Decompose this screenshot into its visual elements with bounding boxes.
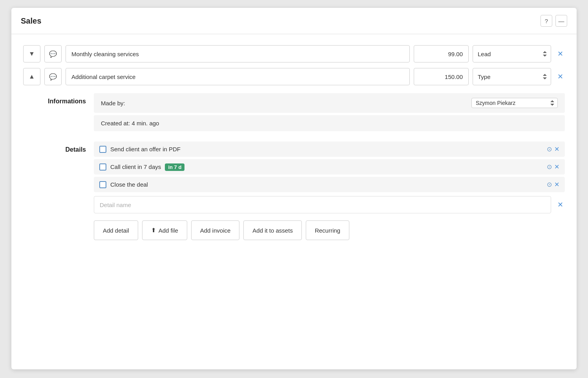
details-section: Details Send client an offer in PDF ⊙ ✕ … <box>23 141 565 240</box>
detail-text-3: Close the deal <box>110 181 543 188</box>
detail-actions-1: ⊙ ✕ <box>547 145 559 153</box>
service-name-input-1[interactable] <box>66 45 410 62</box>
remove-detail-2-icon[interactable]: ✕ <box>554 163 559 171</box>
item-row-2: ▲ 💬 Lead Type Other ✕ <box>23 68 565 85</box>
chevron-down-icon: ▼ <box>29 50 35 57</box>
schedule-icon-1[interactable]: ⊙ <box>547 145 552 153</box>
add-invoice-button[interactable]: Add invoice <box>191 220 240 240</box>
schedule-icon-3[interactable]: ⊙ <box>547 181 552 188</box>
detail-actions-2: ⊙ ✕ <box>547 163 559 171</box>
details-content: Send client an offer in PDF ⊙ ✕ Call cli… <box>94 141 565 240</box>
detail-name-row: ✕ <box>94 196 565 213</box>
made-by-label: Made by: <box>101 100 125 106</box>
content-area: ▼ 💬 Lead Type Other ✕ ▲ 💬 <box>11 34 577 257</box>
minimize-button[interactable]: — <box>555 15 567 27</box>
amount-input-1[interactable] <box>414 45 469 62</box>
made-by-box: Made by: Szymon Piekarz <box>94 93 565 113</box>
comment-button-2[interactable]: 💬 <box>44 68 62 85</box>
action-buttons: Add detail ⬆ Add file Add invoice Add it… <box>94 220 565 240</box>
collapse-button-1[interactable]: ▼ <box>23 45 40 62</box>
remove-detail-3-icon[interactable]: ✕ <box>554 181 559 188</box>
type-select-2[interactable]: Lead Type Other <box>473 68 551 85</box>
add-detail-button[interactable]: Add detail <box>94 220 138 240</box>
help-button[interactable]: ? <box>541 15 552 27</box>
made-by-select[interactable]: Szymon Piekarz <box>471 98 558 108</box>
informations-section: Informations Made by: Szymon Piekarz Cre… <box>23 93 565 134</box>
details-label: Details <box>23 141 86 240</box>
detail-item-3: Close the deal ⊙ ✕ <box>94 177 565 192</box>
created-at-box: Created at: 4 min. ago <box>94 115 565 131</box>
detail-checkbox-2[interactable] <box>99 163 106 171</box>
schedule-icon-2[interactable]: ⊙ <box>547 163 552 171</box>
recurring-button[interactable]: Recurring <box>306 220 349 240</box>
comment-icon-2: 💬 <box>49 73 57 81</box>
detail-text-2: Call client in 7 days in 7 d <box>110 163 543 170</box>
clear-detail-name-icon[interactable]: ✕ <box>556 199 565 211</box>
title-bar: Sales ? — <box>11 8 577 34</box>
comment-icon-1: 💬 <box>49 50 57 58</box>
detail-item-1: Send client an offer in PDF ⊙ ✕ <box>94 141 565 157</box>
amount-input-2[interactable] <box>414 68 469 85</box>
item-row-1: ▼ 💬 Lead Type Other ✕ <box>23 45 565 62</box>
remove-row-2-icon[interactable]: ✕ <box>556 71 565 83</box>
collapse-button-2[interactable]: ▲ <box>23 68 40 85</box>
detail-checkbox-1[interactable] <box>99 146 106 153</box>
comment-button-1[interactable]: 💬 <box>44 45 62 62</box>
add-to-assets-button[interactable]: Add it to assets <box>243 220 302 240</box>
title-bar-controls: ? — <box>541 15 567 27</box>
detail-name-input[interactable] <box>94 196 551 213</box>
remove-detail-1-icon[interactable]: ✕ <box>554 145 559 153</box>
chevron-up-icon: ▲ <box>29 73 35 80</box>
service-name-input-2[interactable] <box>66 68 410 85</box>
upload-icon: ⬆ <box>151 227 156 234</box>
detail-text-1: Send client an offer in PDF <box>110 146 543 152</box>
informations-content: Made by: Szymon Piekarz Created at: 4 mi… <box>94 93 565 134</box>
detail-item-2: Call client in 7 days in 7 d ⊙ ✕ <box>94 159 565 174</box>
window-title: Sales <box>21 17 41 26</box>
remove-row-1-icon[interactable]: ✕ <box>556 48 565 60</box>
informations-label: Informations <box>23 93 86 134</box>
created-at-text: Created at: 4 min. ago <box>101 120 159 127</box>
type-select-1[interactable]: Lead Type Other <box>473 45 551 62</box>
detail-actions-3: ⊙ ✕ <box>547 181 559 188</box>
detail-badge-2: in 7 d <box>165 163 184 171</box>
detail-checkbox-3[interactable] <box>99 181 106 188</box>
add-file-button[interactable]: ⬆ Add file <box>142 220 187 240</box>
